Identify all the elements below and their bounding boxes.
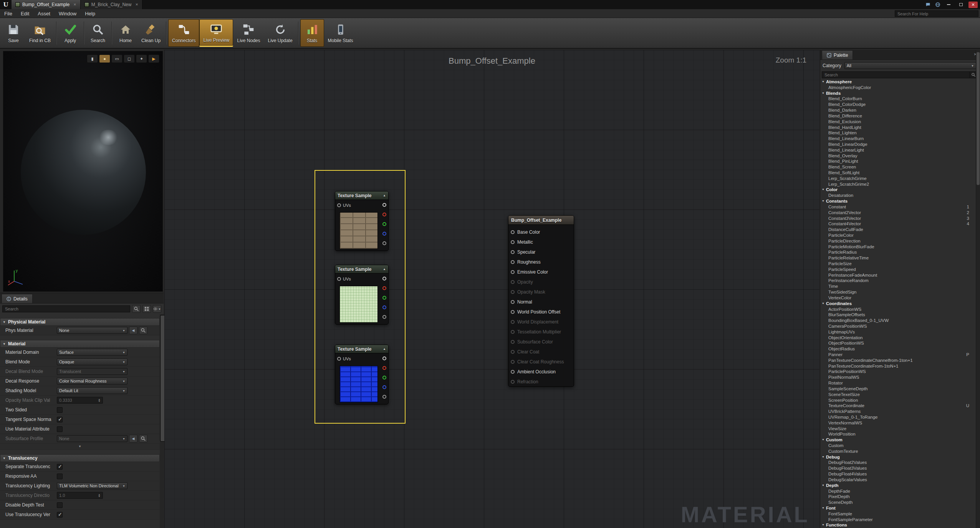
tab-details[interactable]: Details xyxy=(2,294,33,303)
palette-item-viewsize[interactable]: ViewSize xyxy=(820,426,975,432)
palette-group-debug[interactable]: ▼Debug xyxy=(820,454,975,460)
palette-item-debugfloat4values[interactable]: DebugFloat4Values xyxy=(820,471,975,477)
maximize-icon[interactable] xyxy=(956,2,965,8)
palette-item-samplescenedepth[interactable]: SampleSceneDepth xyxy=(820,386,975,392)
palette-item-perinstancerandom[interactable]: PerInstanceRandom xyxy=(820,278,975,284)
property-checkbox[interactable] xyxy=(57,426,63,432)
palette-item-constant2vector[interactable]: Constant2Vector2 xyxy=(820,210,975,216)
texture-sample-node-3[interactable]: Texture Sample▲UVs xyxy=(335,345,389,404)
palette-group-coordinates[interactable]: ▼Coordinates xyxy=(820,301,975,307)
palette-item-camerapositionws[interactable]: CameraPositionWS xyxy=(820,323,975,329)
output-pin-g-icon[interactable] xyxy=(382,376,386,380)
property-dropdown[interactable]: Translucent▼ xyxy=(57,368,127,375)
palette-search-input[interactable] xyxy=(822,71,970,78)
property-checkbox[interactable] xyxy=(57,464,63,470)
uvs-input-pin[interactable]: UVs xyxy=(337,356,351,361)
texture-sample-node-1[interactable]: Texture Sample▲UVs xyxy=(335,191,389,251)
output-pin-r-icon[interactable] xyxy=(382,366,386,370)
toolbar-button-save[interactable]: Save xyxy=(2,19,25,47)
palette-group-custom[interactable]: ▼Custom xyxy=(820,437,975,443)
palette-item-blend-screen[interactable]: Blend_Screen xyxy=(820,164,975,170)
palette-item-debugfloat2values[interactable]: DebugFloat2Values xyxy=(820,460,975,465)
output-pin-r-icon[interactable] xyxy=(382,286,386,290)
material-pin-base-color[interactable]: Base Color xyxy=(511,227,574,237)
palette-item-pixeldepth[interactable]: PixelDepth xyxy=(820,494,975,500)
palette-item-blend-pinlight[interactable]: Blend_PinLight xyxy=(820,158,975,164)
collapse-arrow-icon[interactable]: ▲ xyxy=(383,267,386,271)
realtime-icon[interactable]: ▶ xyxy=(148,54,159,63)
output-pin-a-icon[interactable] xyxy=(382,395,386,399)
palette-item-constant[interactable]: Constant1 xyxy=(820,204,975,210)
material-pin-world-position-offset[interactable]: World Position Offset xyxy=(511,307,574,317)
texture-sample-node-2[interactable]: Texture Sample▲UVs xyxy=(335,265,389,325)
material-pin-roughness[interactable]: Roughness xyxy=(511,257,574,267)
palette-group-font[interactable]: ▼Font xyxy=(820,505,975,511)
material-pin-ambient-occlusion[interactable]: Ambient Occlusion xyxy=(511,367,574,377)
palette-item-scenedepth[interactable]: SceneDepth xyxy=(820,500,975,505)
palette-item-desaturation[interactable]: Desaturation xyxy=(820,193,975,198)
section-header-translucency[interactable]: ▼Translucency xyxy=(0,454,160,462)
palette-group-constants[interactable]: ▼Constants xyxy=(820,198,975,204)
property-dropdown[interactable]: None▼ xyxy=(57,327,127,334)
output-pin-b-icon[interactable] xyxy=(382,385,386,389)
palette-item-blend-lighten[interactable]: Blend_Lighten xyxy=(820,130,975,136)
cube-icon[interactable]: ◻ xyxy=(124,54,135,63)
toolbar-button-live-nodes[interactable]: Live Nodes xyxy=(233,19,264,47)
preview-viewport[interactable]: ▮●▭◻✦▶ y x xyxy=(3,51,163,292)
tab-close-icon[interactable]: ✕ xyxy=(135,3,138,7)
toolbar-button-mobile-stats[interactable]: Mobile Stats xyxy=(324,19,357,47)
palette-item-blend-softlight[interactable]: Blend_SoftLight xyxy=(820,170,975,176)
palette-item-vertexcolor[interactable]: VertexColor xyxy=(820,295,975,301)
palette-item-blend-overlay[interactable]: Blend_Overlay xyxy=(820,153,975,159)
palette-scrollbar[interactable] xyxy=(976,50,980,528)
palette-item-atmosphericfogcolor[interactable]: AtmosphericFogColor xyxy=(820,85,975,91)
details-scrollbar[interactable] xyxy=(160,314,164,528)
palette-item-blursampleoffsets[interactable]: BlurSampleOffsets xyxy=(820,312,975,318)
close-icon[interactable]: ✕ xyxy=(968,2,978,8)
output-pin-rgb-icon[interactable] xyxy=(382,356,386,360)
palette-item-constant3vector[interactable]: Constant3Vector3 xyxy=(820,216,975,221)
palette-item-constant4vector[interactable]: Constant4Vector4 xyxy=(820,221,975,227)
palette-item-uvremap-0-1-torange[interactable]: UVRemap_0-1_ToRange xyxy=(820,414,975,420)
toolbar-button-search[interactable]: Search xyxy=(86,19,110,47)
palette-item-scenetexelsize[interactable]: SceneTexelSize xyxy=(820,392,975,398)
output-pin-r-icon[interactable] xyxy=(382,213,386,216)
menu-edit[interactable]: Edit xyxy=(17,9,33,18)
palette-item-customtexture[interactable]: CustomTexture xyxy=(820,449,975,454)
browse-icon[interactable] xyxy=(139,435,147,442)
collapse-arrow-icon[interactable]: ▲ xyxy=(383,194,386,197)
use-selected-icon[interactable]: ◀ xyxy=(129,327,137,334)
property-dropdown[interactable]: Opaque▼ xyxy=(57,358,127,365)
palette-item-particledirection[interactable]: ParticleDirection xyxy=(820,238,975,244)
search-icon[interactable] xyxy=(132,305,141,313)
material-pin-normal[interactable]: Normal xyxy=(511,297,574,307)
palette-item-boundingboxbased-0-1-uvw[interactable]: BoundingBoxBased_0-1_UVW xyxy=(820,318,975,323)
palette-item-rotator[interactable]: Rotator xyxy=(820,380,975,386)
palette-item-blend-difference[interactable]: Blend_Difference xyxy=(820,113,975,119)
section-header-material[interactable]: ▼Material xyxy=(0,340,160,348)
tab-palette[interactable]: Palette xyxy=(822,50,853,59)
palette-item-blend-colorburn[interactable]: Blend_ColorBurn xyxy=(820,96,975,102)
palette-item-lerp-scratchgrime2[interactable]: Lerp_ScratchGrime2 xyxy=(820,182,975,187)
palette-item-time[interactable]: Time xyxy=(820,284,975,289)
palette-item-pantexturecoordinatechannelfrom-1ton-1[interactable]: PanTextureCoordinateChannelfrom-1ton+1 xyxy=(820,358,975,363)
property-dropdown[interactable]: TLM Volumetric Non Directional▼ xyxy=(57,482,127,489)
property-checkbox[interactable] xyxy=(57,474,63,479)
menu-file[interactable]: File xyxy=(0,9,17,18)
palette-item-particlespeed[interactable]: ParticleSpeed xyxy=(820,267,975,272)
output-pin-g-icon[interactable] xyxy=(382,222,386,226)
menu-window[interactable]: Window xyxy=(55,9,81,18)
menu-asset[interactable]: Asset xyxy=(33,9,55,18)
palette-item-perinstancefadeamount[interactable]: PerInstanceFadeAmount xyxy=(820,272,975,278)
property-checkbox[interactable] xyxy=(57,502,63,508)
material-node-title[interactable]: Bump_Offset_Example xyxy=(508,216,574,225)
palette-item-lightmapuvs[interactable]: LightmapUVs xyxy=(820,329,975,335)
output-pin-b-icon[interactable] xyxy=(382,305,386,309)
property-dropdown[interactable]: None▼ xyxy=(57,435,127,442)
toolbar-button-live-update[interactable]: Live Update xyxy=(264,19,296,47)
toolbar-button-stats[interactable]: Stats xyxy=(300,19,324,47)
palette-item-texturecoordinate[interactable]: TextureCoordinateU xyxy=(820,403,975,409)
palette-item-vertexnormalws[interactable]: VertexNormalWS xyxy=(820,420,975,426)
sphere-icon[interactable]: ● xyxy=(99,54,110,63)
category-dropdown[interactable]: All ▼ xyxy=(844,62,976,69)
